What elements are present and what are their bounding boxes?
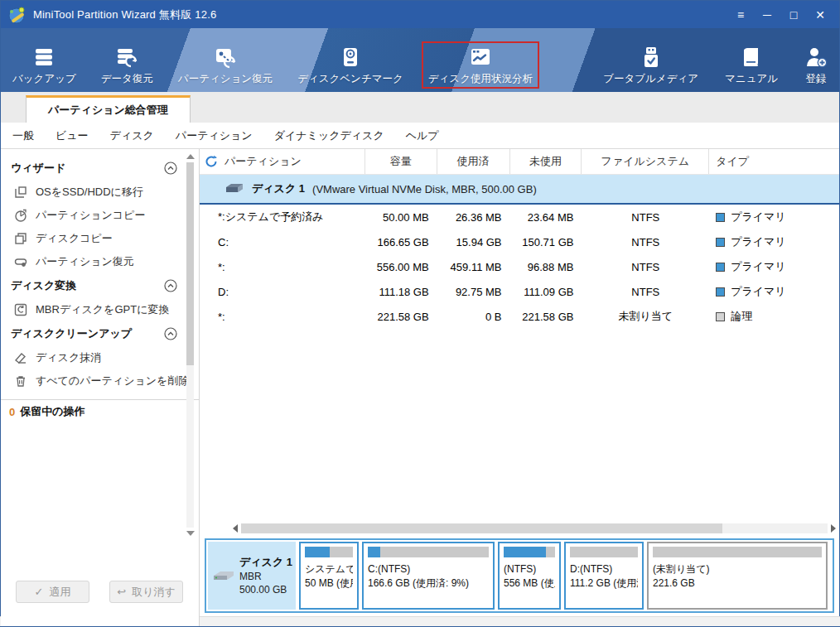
toolbar-item-manual[interactable]: マニュアル (718, 41, 784, 89)
type-label: プライマリ (731, 234, 786, 249)
menu-view[interactable]: ビュー (56, 128, 89, 143)
sidebar-item-partition-copy[interactable]: パーティションコピー (1, 204, 199, 227)
sidebar-item-disk-copy[interactable]: ディスクコピー (1, 227, 199, 250)
unused-value: 23.64 MB (510, 205, 582, 229)
sidebar-item-wipe-disk[interactable]: ディスク抹消 (1, 346, 199, 369)
disk-icon (224, 183, 244, 195)
disk-map-disk-info[interactable]: ディスク 1 MBR 500.00 GB (208, 542, 296, 610)
primary-type-swatch (716, 287, 725, 297)
apply-button[interactable]: ✓ 適用 (16, 581, 89, 603)
toolbar-item-disk-usage-analysis[interactable]: ディスク使用状況分析 (422, 41, 539, 89)
disk-map-partition-c[interactable]: C:(NTFS) 166.6 GB (使用済: 9%) (362, 542, 495, 610)
scrollbar-track[interactable] (186, 365, 194, 528)
menu-dynamic-disk[interactable]: ダイナミックディスク (274, 128, 384, 143)
toolbar-item-partition-recovery[interactable]: パーティション復元 (171, 41, 279, 89)
toolbar-label: ブータブルメディア (603, 72, 698, 86)
refresh-icon[interactable] (205, 155, 218, 168)
menu-help[interactable]: ヘルプ (406, 128, 439, 143)
usage-bar (653, 547, 822, 557)
disk-map-partition-recovery[interactable]: (NTFS) 556 MB (使用 (498, 542, 561, 610)
backup-icon (32, 46, 56, 69)
column-unused[interactable]: 未使用 (510, 149, 582, 174)
disk-details: (VMware Virtual NVMe Disk, MBR, 500.00 G… (312, 183, 537, 195)
table-row[interactable]: *: 556.00 MB 459.11 MB 96.88 MB NTFS プライ… (200, 254, 839, 279)
disk-map-disk-text: ディスク 1 MBR 500.00 GB (239, 555, 292, 596)
trash-icon (14, 374, 27, 388)
window-menu-button[interactable]: ≡ (731, 7, 750, 23)
column-capacity[interactable]: 容量 (365, 149, 437, 174)
toolbar-right-group: ブータブルメディア マニュアル 登録 (596, 41, 834, 89)
column-filesystem[interactable]: ファイルシステム (582, 149, 709, 174)
partition-block-label: (未割り当て) (653, 562, 822, 576)
toolbar-item-bootable-media[interactable]: ブータブルメディア (596, 41, 705, 89)
scroll-right-arrow-icon[interactable] (831, 524, 836, 533)
sidebar-item-migrate-os[interactable]: OSをSSD/HDDに移行 (1, 181, 199, 204)
menu-disk[interactable]: ディスク (110, 128, 154, 143)
horizontal-scrollbar[interactable] (200, 523, 839, 534)
main-panel: パーティション 容量 使用済 未使用 ファイルシステム タイプ ディスク 1 (… (200, 149, 839, 626)
migrate-os-icon (14, 186, 27, 199)
table-row[interactable]: *: 221.58 GB 0 B 221.58 GB 未割り当て 論理 (200, 304, 839, 329)
undo-label: 取り消す (132, 585, 176, 600)
partition-block-size: 221.6 GB (653, 576, 822, 591)
menu-partition[interactable]: パーティション (176, 128, 253, 143)
column-partition[interactable]: パーティション (200, 149, 365, 174)
column-used[interactable]: 使用済 (437, 149, 510, 174)
register-icon (804, 46, 828, 69)
column-type[interactable]: タイプ (709, 149, 839, 174)
undo-button[interactable]: ↩ 取り消す (109, 581, 183, 603)
toolbar-label: データ復元 (101, 72, 153, 86)
toolbar-item-data-recovery[interactable]: データ復元 (94, 41, 160, 89)
scroll-up-arrow-icon[interactable] (186, 154, 195, 159)
table-row[interactable]: C: 166.65 GB 15.94 GB 150.71 GB NTFS プライ… (200, 229, 839, 254)
used-value: 15.94 GB (437, 229, 510, 254)
sidebar-item-label: すべてのパーティションを削除 (36, 374, 189, 388)
toolbar-item-backup[interactable]: バックアップ (6, 41, 83, 89)
collapse-chevron-icon[interactable] (164, 327, 177, 340)
scrollbar-thumb[interactable] (186, 162, 194, 365)
disk-map-partition-d[interactable]: D:(NTFS) 111.2 GB (使用済: 0 (564, 542, 644, 610)
h-scrollbar-track[interactable] (241, 523, 828, 533)
scroll-down-arrow-icon[interactable] (186, 531, 195, 536)
disk-map: ディスク 1 MBR 500.00 GB システムで予約 50 MB (使用済 … (205, 538, 834, 613)
sidebar-item-delete-all-partitions[interactable]: すべてのパーティションを削除 (1, 369, 199, 393)
maximize-button[interactable]: □ (784, 7, 803, 23)
filesystem-value: NTFS (582, 279, 709, 304)
disk-group-row[interactable]: ディスク 1 (VMware Virtual NVMe Disk, MBR, 5… (200, 175, 839, 205)
capacity-value: 50.00 MB (365, 205, 437, 229)
filesystem-value: NTFS (582, 205, 709, 229)
sidebar-item-label: パーティションコピー (36, 208, 145, 223)
sidebar-scroll-area: ウィザード OSをSSD/HDDに移行 (1, 149, 199, 423)
section-title: ウィザード (11, 161, 65, 176)
unused-value: 221.58 GB (510, 304, 582, 329)
close-button[interactable]: ✕ (811, 7, 829, 23)
filesystem-value: 未割り当て (582, 304, 709, 329)
disk-usage-analysis-icon (469, 46, 492, 69)
toolbar-item-disk-benchmark[interactable]: ディスクベンチマーク (291, 41, 410, 89)
toolbar-label: バックアップ (12, 72, 76, 86)
content-area: ウィザード OSをSSD/HDDに移行 (1, 149, 839, 626)
disk-map-partition-system-reserved[interactable]: システムで予約 50 MB (使用済 (299, 542, 359, 610)
pending-label: 保留中の操作 (20, 404, 84, 419)
manual-icon (740, 46, 763, 69)
sidebar-scrollbar[interactable] (186, 154, 195, 537)
type-label: 論理 (731, 309, 752, 324)
filesystem-value: NTFS (582, 229, 709, 254)
partition-name: *:システムで予約済み (200, 205, 365, 229)
sidebar-item-partition-recovery[interactable]: パーティション復元 (1, 250, 199, 273)
toolbar-item-register[interactable]: 登録 (798, 41, 834, 89)
menu-general[interactable]: 一般 (12, 128, 34, 143)
h-scrollbar-thumb[interactable] (241, 523, 722, 533)
tab-partition-management[interactable]: パーティション総合管理 (26, 95, 191, 123)
partition-block-size: 166.6 GB (使用済: 9%) (368, 576, 489, 591)
collapse-chevron-icon[interactable] (164, 162, 177, 175)
disk-copy-icon (14, 232, 27, 245)
minimize-button[interactable]: ─ (758, 7, 776, 23)
sidebar-item-mbr-to-gpt[interactable]: MBRディスクをGPTに変換 (1, 298, 199, 321)
disk-map-partition-unallocated[interactable]: (未割り当て) 221.6 GB (647, 542, 828, 610)
table-row[interactable]: D: 111.18 GB 92.75 MB 111.09 GB NTFS プライ… (200, 279, 839, 304)
toolbar-label: 登録 (806, 72, 827, 86)
scroll-left-arrow-icon[interactable] (233, 524, 238, 533)
table-row[interactable]: *:システムで予約済み 50.00 MB 26.36 MB 23.64 MB N… (200, 205, 839, 229)
collapse-chevron-icon[interactable] (164, 279, 177, 292)
